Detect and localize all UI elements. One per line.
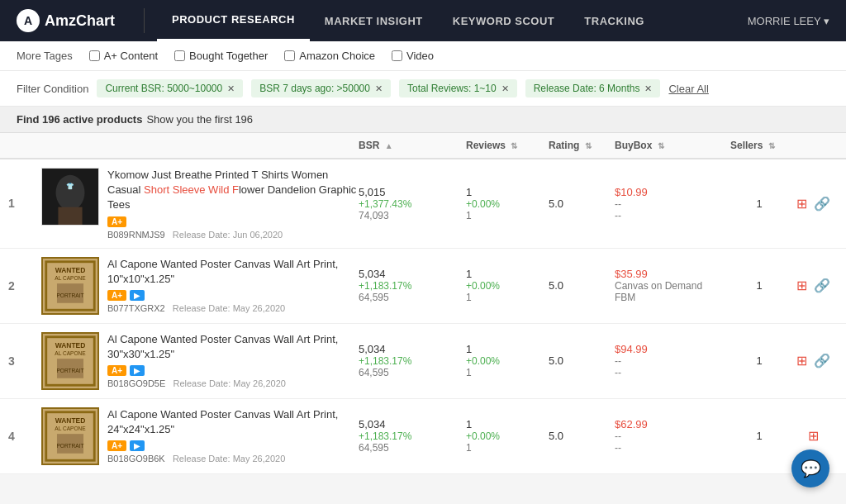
svg-point-1 — [56, 175, 85, 211]
buybox-extra-2: FBM — [615, 292, 730, 303]
filter-bsr-7days-text: BSR 7 days ago: >50000 — [259, 83, 370, 94]
filter-bsr-7days-close[interactable]: ✕ — [375, 83, 383, 94]
asin-id-3: B018GO9D5E — [107, 378, 165, 388]
rating-cell-2: 5.0 — [549, 279, 615, 292]
buybox-extra-3: -- — [615, 367, 730, 378]
row-num-1: 1 — [8, 197, 41, 210]
table-header: BSR ▲ Reviews ⇅ Rating ⇅ BuyBox ⇅ Seller… — [0, 133, 846, 159]
filter-bsr-current: Current BSR: 5000~10000 ✕ — [97, 79, 243, 97]
filter-release-date-text: Release Date: 6 Months — [534, 83, 640, 94]
action-link-icon-1[interactable]: 🔗 — [814, 196, 830, 212]
nav-tracking[interactable]: TRACKING — [569, 0, 659, 41]
release-date-4: May 26,2020 — [233, 454, 286, 464]
badge-box-2: ▶ — [130, 290, 145, 301]
buybox-cell-3: $94.99 -- -- — [615, 343, 730, 378]
nav-keyword-scout[interactable]: KEYWORD SCOUT — [438, 0, 570, 41]
tag-video[interactable]: Video — [392, 50, 434, 62]
tags-label: More Tages — [17, 50, 73, 62]
asin-id-2: B077TXGRX2 — [107, 303, 165, 313]
action-link-icon-3[interactable]: 🔗 — [814, 353, 830, 368]
clear-all-button[interactable]: Clear All — [668, 83, 708, 95]
col-buybox[interactable]: BuyBox ⇅ — [615, 140, 730, 151]
actions-cell-4: ⊞ — [788, 428, 838, 444]
asin-line-4: B018GO9B6K Release Date: May 26,2020 — [107, 454, 359, 464]
filter-release-date-close[interactable]: ✕ — [644, 83, 652, 94]
tag-a-plus[interactable]: A+ Content — [89, 50, 158, 62]
sellers-cell-2: 1 — [730, 279, 788, 292]
bsr-cell-3: 5,034 +1,183.17% 64,595 — [359, 343, 466, 378]
buybox-seller-2: Canvas on Demand — [615, 280, 730, 292]
bsr-sub-3: 64,595 — [359, 367, 466, 378]
product-thumb-1: 👕 — [41, 168, 99, 226]
nav-market-insight[interactable]: MARKET INSIGHT — [310, 0, 438, 41]
filter-total-reviews-text: Total Reviews: 1~10 — [407, 83, 497, 94]
badge-ap-4: A+ — [107, 440, 126, 451]
col-sellers[interactable]: Sellers ⇅ — [730, 140, 788, 151]
tag-amazon-choice-checkbox[interactable] — [284, 50, 295, 61]
tag-amazon-choice[interactable]: Amazon Choice — [284, 50, 375, 62]
svg-text:👕: 👕 — [66, 182, 74, 190]
bsr-main-2: 5,034 — [359, 268, 466, 280]
asin-line-1: B089RNMJS9 Release Date: Jun 06,2020 — [107, 230, 359, 240]
logo[interactable]: A AmzChart — [17, 9, 115, 32]
logo-icon: A — [17, 9, 40, 32]
bsr-change-3: +1,183.17% — [359, 355, 466, 367]
buybox-cell-4: $62.99 -- -- — [615, 418, 730, 454]
asin-id-4: B018GO9B6K — [107, 454, 165, 464]
rating-cell-1: 5.0 — [549, 197, 615, 210]
buybox-price-3: $94.99 — [615, 343, 730, 355]
product-info-4: Al Capone Wanted Poster Canvas Wall Art … — [107, 407, 359, 464]
reviews-cell-2: 1 +0.00% 1 — [466, 268, 549, 303]
tag-video-label: Video — [406, 50, 434, 62]
filter-total-reviews-close[interactable]: ✕ — [501, 83, 509, 94]
action-link-icon-2[interactable]: 🔗 — [814, 278, 830, 293]
product-title-3: Al Capone Wanted Poster Canvas Wall Art … — [107, 332, 359, 362]
buybox-seller-3: -- — [615, 355, 730, 367]
nav-product-research[interactable]: PRODUCT RESEARCH — [157, 0, 310, 41]
actions-cell-3: ⊞ 🔗 — [788, 353, 838, 368]
action-details-icon-3[interactable]: ⊞ — [796, 353, 807, 368]
bsr-main-1: 5,015 — [359, 186, 466, 198]
action-details-icon-4[interactable]: ⊞ — [808, 428, 819, 444]
user-menu[interactable]: MORRIE LEEY ▾ — [748, 15, 829, 27]
product-badges-3: A+ ▶ — [107, 365, 359, 376]
product-cell-4: WANTED AL CAPONE PORTRAIT Al Capone Want… — [41, 407, 359, 465]
logo-text: AmzChart — [45, 12, 115, 30]
action-details-icon-1[interactable]: ⊞ — [796, 196, 807, 212]
product-table: BSR ▲ Reviews ⇅ Rating ⇅ BuyBox ⇅ Seller… — [0, 133, 846, 474]
badge-ap-3: A+ — [107, 365, 126, 376]
tag-a-plus-checkbox[interactable] — [89, 50, 100, 61]
asin-line-2: B077TXGRX2 Release Date: May 26,2020 — [107, 303, 359, 313]
badge-ap-2: A+ — [107, 290, 126, 301]
bsr-cell-1: 5,015 +1,377.43% 74,093 — [359, 186, 466, 221]
reviews-cell-1: 1 +0.00% 1 — [466, 186, 549, 221]
bsr-cell-2: 5,034 +1,183.17% 64,595 — [359, 268, 466, 303]
review-main-1: 1 — [466, 186, 549, 198]
header: A AmzChart PRODUCT RESEARCH MARKET INSIG… — [0, 0, 846, 41]
review-change-1: +0.00% — [466, 198, 549, 210]
filter-bsr-current-close[interactable]: ✕ — [227, 83, 235, 94]
tag-bought-together[interactable]: Bought Together — [174, 50, 268, 62]
tag-bought-together-checkbox[interactable] — [174, 50, 185, 61]
filter-release-date: Release Date: 6 Months ✕ — [525, 79, 661, 97]
badge-box-3: ▶ — [130, 365, 145, 376]
col-reviews[interactable]: Reviews ⇅ — [466, 140, 549, 151]
product-cell-3: WANTED AL CAPONE PORTRAIT Al Capone Want… — [41, 332, 359, 390]
buybox-cell-2: $35.99 Canvas on Demand FBM — [615, 268, 730, 303]
svg-text:PORTRAIT: PORTRAIT — [56, 292, 83, 298]
bsr-change-2: +1,183.17% — [359, 280, 466, 292]
col-bsr[interactable]: BSR ▲ — [359, 140, 466, 151]
table-row: 4 WANTED AL CAPONE PORTRAIT Al Capone Wa… — [0, 399, 846, 474]
tag-video-checkbox[interactable] — [392, 50, 402, 61]
tags-row: More Tages A+ Content Bought Together Am… — [0, 41, 846, 71]
bsr-change-1: +1,377.43% — [359, 198, 466, 210]
review-sub-1: 1 — [466, 210, 549, 221]
results-show: Show you the first 196 — [146, 113, 253, 126]
table-row: 1 👕 Ykomow Just Breathe Printed T Shirts… — [0, 159, 846, 249]
row-num-2: 2 — [8, 279, 41, 292]
action-details-icon-2[interactable]: ⊞ — [796, 278, 807, 293]
product-cell-2: WANTED AL CAPONE PORTRAIT Al Capone Want… — [41, 257, 359, 315]
col-rating[interactable]: Rating ⇅ — [549, 140, 615, 151]
chat-icon: 💬 — [801, 459, 821, 474]
release-date-1: Jun 06,2020 — [233, 230, 283, 240]
